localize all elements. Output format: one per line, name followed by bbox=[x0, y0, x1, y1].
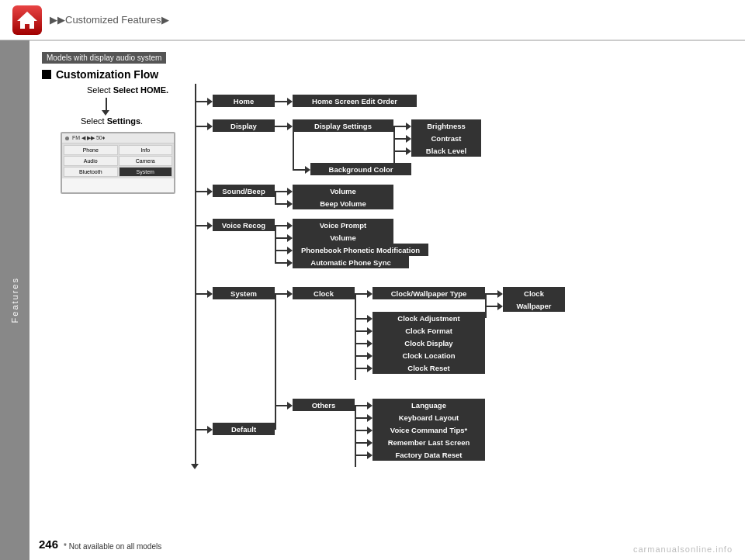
ah-kbd bbox=[367, 414, 372, 422]
model-badge: Models with display audio system bbox=[42, 52, 166, 64]
v-sound bbox=[275, 191, 276, 203]
ah-wallpaper bbox=[497, 302, 503, 310]
node-others: Others bbox=[293, 399, 355, 411]
ah-vprompt bbox=[287, 222, 293, 230]
main-vert-line bbox=[195, 84, 196, 464]
ah-system bbox=[207, 290, 213, 298]
screen-cell-system: System bbox=[119, 167, 173, 177]
ah-fdr bbox=[367, 451, 372, 459]
ah-others bbox=[287, 402, 293, 410]
ah-blacklevel bbox=[406, 147, 411, 155]
ah-hse bbox=[287, 98, 293, 105]
ah-bright bbox=[406, 123, 411, 130]
ah-voice bbox=[207, 222, 213, 230]
ah-bgcolor bbox=[305, 166, 310, 174]
ah-cwtype bbox=[367, 290, 372, 298]
ah-beepvol bbox=[287, 200, 293, 208]
ah-autosync bbox=[287, 259, 293, 267]
ah-clocknode bbox=[497, 290, 503, 298]
node-bg-color: Background Color bbox=[310, 163, 411, 175]
ah-cloc bbox=[367, 352, 372, 360]
node-volume1: Volume bbox=[293, 185, 393, 197]
screen-body: Phone Info Audio Camera Bluetooth System bbox=[62, 143, 174, 178]
ah-display bbox=[207, 123, 213, 130]
node-auto-sync: Automatic Phone Sync bbox=[293, 256, 409, 268]
watermark: carmanualsonline.info bbox=[633, 544, 733, 554]
v-sys-sub bbox=[275, 293, 276, 430]
ah-phono bbox=[287, 247, 293, 254]
flow-area: Select Select HOME. Select Settings. FM … bbox=[42, 84, 709, 487]
screen-top: FM ◀ ▶▶ 50♦ bbox=[62, 133, 174, 143]
node-clock-location: Clock Location bbox=[372, 349, 485, 361]
ah-vol2 bbox=[287, 234, 293, 242]
screen-cell-camera: Camera bbox=[119, 156, 173, 166]
ah-clock bbox=[287, 290, 293, 298]
ah-ds bbox=[287, 123, 293, 130]
bullet-square bbox=[42, 70, 51, 79]
breadcrumb: ▶▶Customized Features▶ bbox=[50, 14, 169, 26]
node-beep-volume: Beep Volume bbox=[293, 197, 393, 209]
node-volume2: Volume bbox=[293, 231, 393, 244]
home-icon bbox=[12, 5, 42, 35]
v-voice bbox=[275, 225, 276, 262]
header: ▶▶Customized Features▶ bbox=[0, 0, 745, 40]
ah-contrast bbox=[406, 135, 411, 143]
sidebar: Features bbox=[0, 40, 29, 560]
ah-lang bbox=[367, 402, 372, 410]
node-voice-recog: Voice Recog bbox=[213, 219, 275, 231]
screen-cell-info: Info bbox=[119, 145, 173, 155]
node-system: System bbox=[213, 287, 275, 299]
ah-cfmt bbox=[367, 327, 372, 335]
screen-cell-phone: Phone bbox=[64, 145, 118, 155]
node-home-screen-edit: Home Screen Edit Order bbox=[293, 95, 417, 107]
node-clock-format: Clock Format bbox=[372, 324, 485, 337]
node-language: Language bbox=[372, 399, 485, 411]
ah-cdisp bbox=[367, 340, 372, 347]
node-brightness: Brightness bbox=[411, 119, 481, 132]
node-clock-sub: Clock bbox=[503, 287, 565, 299]
node-display-settings: Display Settings bbox=[293, 119, 393, 132]
node-clock-display: Clock Display bbox=[372, 337, 485, 349]
arrowhead-1 bbox=[102, 110, 109, 116]
node-clock: Clock bbox=[293, 287, 355, 299]
section-title: Customization Flow bbox=[42, 68, 733, 81]
node-voice-cmd-tips: Voice Command Tips* bbox=[372, 423, 485, 436]
node-contrast: Contrast bbox=[411, 132, 481, 144]
arrow-down-1 bbox=[106, 98, 107, 110]
select-settings-label: Select Settings. bbox=[81, 116, 143, 126]
node-black-level: Black Level bbox=[411, 144, 481, 157]
v-ds bbox=[393, 126, 395, 163]
ah-creset bbox=[367, 365, 372, 372]
node-clock-wallpaper-type: Clock/Wallpaper Type bbox=[372, 287, 485, 299]
select-home-label: Select Select HOME. bbox=[87, 85, 168, 95]
node-wallpaper: Wallpaper bbox=[503, 299, 565, 312]
screen-mockup: FM ◀ ▶▶ 50♦ Phone Info Audio Camera Blue… bbox=[61, 132, 175, 194]
node-clock-reset: Clock Reset bbox=[372, 361, 485, 374]
sidebar-label: Features bbox=[10, 277, 19, 323]
ah-home bbox=[207, 98, 213, 105]
node-display: Display bbox=[213, 119, 275, 132]
ah-sound bbox=[207, 188, 213, 195]
ah-rls bbox=[367, 439, 372, 447]
ah-default bbox=[207, 426, 213, 434]
screen-cell-bluetooth: Bluetooth bbox=[64, 167, 118, 177]
node-keyboard-layout: Keyboard Layout bbox=[372, 411, 485, 423]
node-default: Default bbox=[213, 423, 275, 435]
node-voice-prompt: Voice Prompt bbox=[293, 219, 393, 231]
ah-cadj bbox=[367, 315, 372, 323]
v-display-sub bbox=[293, 126, 294, 169]
node-factory-reset: Factory Data Reset bbox=[372, 448, 485, 461]
node-clock-adj: Clock Adjustment bbox=[372, 312, 485, 324]
node-home: Home bbox=[213, 95, 275, 107]
node-sound-beep: Sound/Beep bbox=[213, 185, 275, 197]
v-others-sub bbox=[355, 405, 356, 467]
screen-cell-audio: Audio bbox=[64, 156, 118, 166]
main-vert-arrowhead bbox=[191, 464, 199, 469]
ah-vcmd bbox=[367, 427, 372, 434]
node-phonebook: Phonebook Phonetic Modification bbox=[293, 244, 428, 256]
node-remember-last: Remember Last Screen bbox=[372, 436, 485, 448]
page-number: 246 bbox=[39, 538, 58, 551]
main-content: Models with display audio system Customi… bbox=[29, 40, 745, 560]
ah-vol1 bbox=[287, 188, 293, 195]
footnote: * Not available on all models bbox=[64, 542, 161, 551]
